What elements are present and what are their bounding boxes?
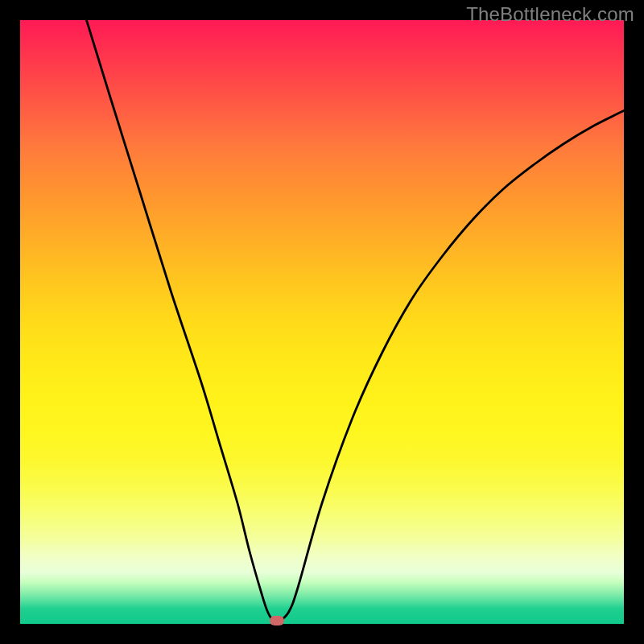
bottleneck-curve — [87, 20, 625, 622]
curve-svg — [20, 20, 624, 624]
plot-area — [20, 20, 624, 624]
chart-container: TheBottleneck.com — [0, 0, 644, 644]
watermark-text: TheBottleneck.com — [466, 3, 634, 26]
optimal-marker — [270, 616, 284, 625]
